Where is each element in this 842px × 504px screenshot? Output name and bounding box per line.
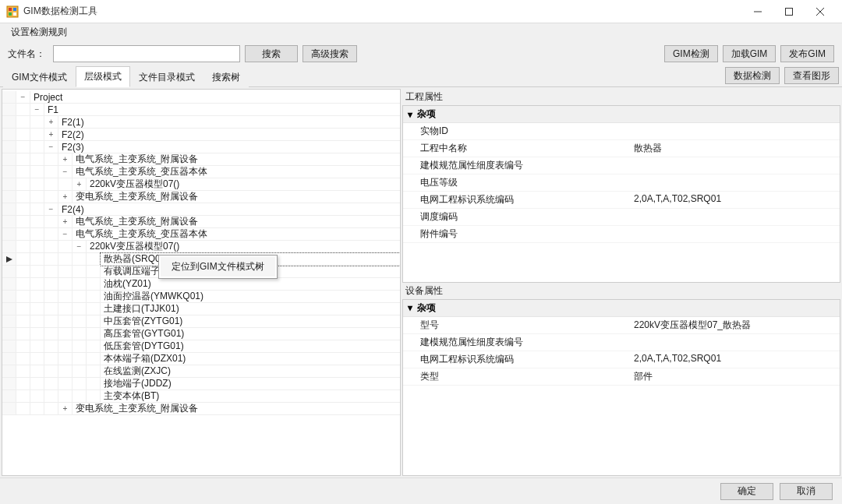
tree-expander[interactable]: + <box>58 216 73 228</box>
tree-row[interactable]: +F2(1) <box>2 116 400 129</box>
prop-row[interactable]: 调度编码 <box>403 209 840 226</box>
filename-input[interactable] <box>53 45 240 62</box>
tree-row[interactable]: 在线监测(ZXJC) <box>2 365 400 378</box>
tree-row[interactable]: −F2(3) <box>2 141 400 153</box>
minimize-button[interactable] <box>742 1 773 23</box>
prop-row[interactable]: 工程中名称散热器 <box>403 140 840 157</box>
tree-expander[interactable]: + <box>44 129 58 141</box>
prop-value[interactable] <box>629 123 840 139</box>
prop-value[interactable] <box>629 174 840 191</box>
cancel-button[interactable]: 取消 <box>780 483 833 500</box>
prop-value[interactable]: 2,0A,T,A,T02,SRQ01 <box>629 192 840 208</box>
tree-expander[interactable]: + <box>73 178 87 191</box>
tree-row[interactable]: −电气系统_主变系统_变压器本体 <box>2 166 400 178</box>
tree-label[interactable]: F2(3) <box>58 141 400 153</box>
tree-label[interactable]: F2(4) <box>58 203 400 216</box>
tree-label[interactable]: 土建接口(TJJK01) <box>101 303 400 315</box>
tree[interactable]: −Project−F1+F2(1)+F2(2)−F2(3)+电气系统_主变系统_… <box>2 90 400 417</box>
prop-category[interactable]: ▾杂项 <box>403 106 840 123</box>
tab-1[interactable]: 层级模式 <box>76 66 130 87</box>
context-menu[interactable]: 定位到GIM文件模式树 <box>158 255 278 279</box>
project-props-grid[interactable]: ▾杂项实物ID工程中名称散热器建模规范属性细度表编号电压等级电网工程标识系统编码… <box>402 105 840 283</box>
tree-expander[interactable]: − <box>58 228 73 241</box>
tree-row[interactable]: 本体端子箱(DZX01) <box>2 353 400 365</box>
gim-detect-button[interactable]: GIM检测 <box>664 45 718 62</box>
prop-value[interactable]: 散热器 <box>629 140 840 157</box>
tree-expander[interactable]: + <box>58 191 73 203</box>
tree-label[interactable]: 主变本体(BT) <box>101 390 400 403</box>
tree-label[interactable]: F2(1) <box>58 116 400 129</box>
tree-row[interactable]: −F2(4) <box>2 203 400 216</box>
tree-expander[interactable]: − <box>73 241 87 253</box>
tree-expander[interactable]: + <box>58 153 73 166</box>
prop-row[interactable]: 类型部件 <box>403 368 840 386</box>
tree-label[interactable]: F2(2) <box>58 129 400 141</box>
prop-row[interactable]: 建模规范属性细度表编号 <box>403 157 840 174</box>
tree-label[interactable]: 变电系统_主变系统_附属设备 <box>73 191 400 203</box>
tree-row[interactable]: −Project <box>2 91 400 104</box>
context-menu-locate[interactable]: 定位到GIM文件模式树 <box>161 257 275 277</box>
tree-label[interactable]: F1 <box>44 104 400 116</box>
tree-row[interactable]: +电气系统_主变系统_附属设备 <box>2 153 400 166</box>
tree-row[interactable]: +电气系统_主变系统_附属设备 <box>2 216 400 228</box>
device-props-grid[interactable]: ▾杂项型号220kV变压器模型07_散热器建模规范属性细度表编号电网工程标识系统… <box>402 299 840 477</box>
tree-row[interactable]: +220kV变压器模型07() <box>2 178 400 191</box>
tree-row[interactable]: 接地端子(JDDZ) <box>2 378 400 390</box>
ok-button[interactable]: 确定 <box>720 483 773 500</box>
load-gim-button[interactable]: 加载GIM <box>723 45 777 62</box>
tab-3[interactable]: 搜索树 <box>203 67 249 87</box>
prop-value[interactable] <box>629 209 840 225</box>
prop-row[interactable]: 电网工程标识系统编码2,0A,T,A,T02,SRQ01 <box>403 351 840 368</box>
tree-expander[interactable]: − <box>30 104 44 116</box>
tree-label[interactable]: 高压套管(GYTG01) <box>101 328 400 340</box>
tree-row[interactable]: +F2(2) <box>2 129 400 141</box>
prop-value[interactable]: 2,0A,T,A,T02,SRQ01 <box>629 351 840 368</box>
tree-label[interactable]: 变电系统_主变系统_附属设备 <box>73 403 400 415</box>
tree-label[interactable]: 低压套管(DYTG01) <box>101 340 400 353</box>
prop-category[interactable]: ▾杂项 <box>403 300 840 317</box>
tree-label[interactable]: 电气系统_主变系统_变压器本体 <box>73 228 400 241</box>
tree-row[interactable]: 主变本体(BT) <box>2 390 400 403</box>
prop-value[interactable] <box>629 226 840 242</box>
prop-value[interactable]: 部件 <box>629 368 840 385</box>
tree-label[interactable]: 中压套管(ZYTG01) <box>101 315 400 328</box>
prop-row[interactable]: 电网工程标识系统编码2,0A,T,A,T02,SRQ01 <box>403 192 840 209</box>
tree-label[interactable]: 电气系统_主变系统_附属设备 <box>73 216 400 228</box>
tree-label[interactable]: 220kV变压器模型07() <box>87 241 400 253</box>
tree-label[interactable]: 220kV变压器模型07() <box>87 178 400 191</box>
prop-value[interactable] <box>629 157 840 174</box>
tree-row[interactable]: 低压套管(DYTG01) <box>2 340 400 353</box>
tree-expander[interactable]: − <box>58 166 73 178</box>
prop-row[interactable]: 附件编号 <box>403 226 840 243</box>
tree-row[interactable]: 土建接口(TJJK01) <box>2 303 400 315</box>
data-detect-button[interactable]: 数据检测 <box>725 67 780 84</box>
tree-label[interactable]: 在线监测(ZXJC) <box>101 365 400 378</box>
prop-value[interactable] <box>629 334 840 351</box>
maximize-button[interactable] <box>773 1 805 23</box>
tab-2[interactable]: 文件目录模式 <box>130 67 203 87</box>
tree-row[interactable]: +变电系统_主变系统_附属设备 <box>2 191 400 203</box>
tree-expander[interactable]: − <box>44 203 58 216</box>
tree-expander[interactable]: − <box>44 141 58 153</box>
tree-label[interactable]: 油面控温器(YMWKQ01) <box>101 291 400 303</box>
tree-row[interactable]: +变电系统_主变系统_附属设备 <box>2 403 400 415</box>
tree-label[interactable]: Project <box>30 91 400 104</box>
tree-expander[interactable]: + <box>58 403 73 415</box>
tree-row[interactable]: −F1 <box>2 104 400 116</box>
tree-label[interactable]: 电气系统_主变系统_附属设备 <box>73 153 400 166</box>
prop-row[interactable]: 建模规范属性细度表编号 <box>403 334 840 351</box>
tree-label[interactable]: 接地端子(JDDZ) <box>101 378 400 390</box>
tree-label[interactable]: 本体端子箱(DZX01) <box>101 353 400 365</box>
prop-value[interactable]: 220kV变压器模型07_散热器 <box>629 317 840 333</box>
tab-0[interactable]: GIM文件模式 <box>3 67 76 87</box>
tree-label[interactable]: 电气系统_主变系统_变压器本体 <box>73 166 400 178</box>
prop-row[interactable]: 型号220kV变压器模型07_散热器 <box>403 317 840 334</box>
search-button[interactable]: 搜索 <box>245 45 298 62</box>
tree-row[interactable]: −220kV变压器模型07() <box>2 241 400 253</box>
publish-gim-button[interactable]: 发布GIM <box>780 45 834 62</box>
tree-row[interactable]: 中压套管(ZYTG01) <box>2 315 400 328</box>
menu-rules[interactable]: 设置检测规则 <box>6 24 72 41</box>
tree-row[interactable]: 油枕(YZ01) <box>2 278 400 291</box>
adv-search-button[interactable]: 高级搜索 <box>302 45 357 62</box>
tree-row[interactable]: 高压套管(GYTG01) <box>2 328 400 340</box>
